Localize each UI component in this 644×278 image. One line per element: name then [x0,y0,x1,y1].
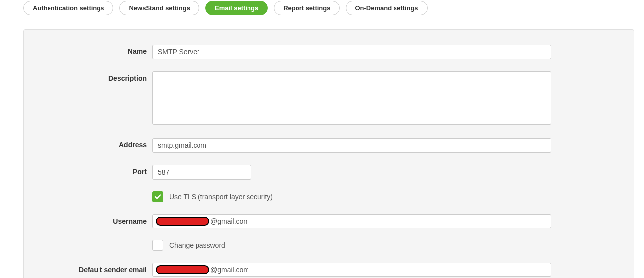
port-label: Port [24,165,152,176]
description-label: Description [24,71,152,82]
default-sender-suffix: @gmail.com [210,266,249,274]
tab-email[interactable]: Email settings [205,1,268,15]
email-settings-panel: Name Description Address Port [23,29,634,278]
username-label: Username [24,214,152,225]
change-password-checkbox[interactable] [152,240,163,251]
change-password-label: Change password [169,241,225,249]
port-input[interactable] [152,165,251,180]
use-tls-label: Use TLS (transport layer security) [169,193,273,201]
redacted-username [156,217,209,226]
use-tls-checkbox[interactable] [152,191,163,202]
address-input[interactable] [152,138,551,153]
default-sender-input[interactable]: @gmail.com [152,263,551,277]
tab-ondemand[interactable]: On-Demand settings [346,1,427,15]
settings-tabs: Authentication settings NewsStand settin… [23,1,644,15]
username-suffix: @gmail.com [210,217,249,225]
redacted-sender [156,265,209,274]
default-sender-label: Default sender email [24,263,152,274]
tab-newsstand[interactable]: NewsStand settings [119,1,199,15]
check-icon [154,193,161,200]
tab-report[interactable]: Report settings [274,1,340,15]
username-input[interactable]: @gmail.com [152,214,551,228]
description-input[interactable] [152,71,551,125]
tab-authentication[interactable]: Authentication settings [23,1,113,15]
name-input[interactable] [152,45,551,59]
address-label: Address [24,138,152,149]
name-label: Name [24,45,152,55]
